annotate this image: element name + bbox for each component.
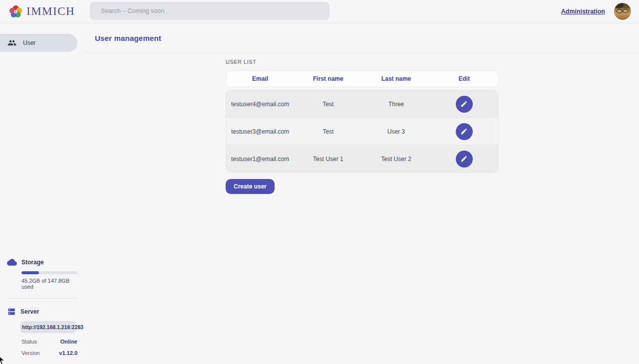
- search-input[interactable]: [90, 2, 329, 20]
- sidebar-footer: Storage 45.2GB of 147.8GB used: [0, 257, 85, 364]
- server-url-chip: http://192.168.1.216:2283: [20, 321, 76, 333]
- home-logo-link[interactable]: IMMICH: [9, 5, 75, 18]
- administration-link[interactable]: Administration: [561, 8, 605, 15]
- server-section: Server http://192.168.1.216:2283 Status …: [7, 307, 77, 356]
- edit-user-button[interactable]: [456, 123, 473, 140]
- storage-progress-bar: [21, 271, 77, 274]
- user-avatar[interactable]: [614, 3, 631, 20]
- page-content: USER LIST Email First name Last name Edi…: [85, 53, 639, 194]
- main-panel: User management USER LIST Email First na…: [85, 23, 639, 364]
- pencil-icon: [460, 128, 468, 135]
- server-version-value: v1.12.0: [59, 350, 77, 356]
- cell-last-name: User 3: [387, 128, 405, 135]
- sidebar-item-user-label: User: [23, 39, 35, 46]
- storage-title: Storage: [21, 259, 44, 266]
- cloud-icon: [7, 257, 17, 267]
- user-table-header: Email First name Last name Edit: [226, 70, 499, 87]
- table-row: testuser3@email.com Test User 3: [226, 118, 498, 145]
- col-header-first-name: First name: [313, 75, 343, 82]
- table-row: testuser1@email.com Test User 1 Test Use…: [226, 145, 498, 173]
- pencil-icon: [460, 155, 468, 163]
- table-row: testuser4@email.com Test Three: [226, 90, 498, 118]
- admin-sidebar: User Storage 45.2GB of 147.8GB used: [0, 23, 85, 364]
- cell-last-name: Test User 2: [381, 156, 411, 163]
- cell-email: testuser4@email.com: [231, 101, 289, 108]
- cell-first-name: Test: [322, 128, 333, 135]
- top-navbar: IMMICH Administration: [0, 0, 639, 23]
- cell-last-name: Three: [388, 101, 404, 108]
- cell-email: testuser3@email.com: [231, 128, 289, 135]
- col-header-last-name: Last name: [381, 75, 411, 82]
- sidebar-divider: [7, 298, 77, 299]
- immich-flower-icon: [9, 5, 22, 18]
- create-user-button[interactable]: Create user: [226, 179, 275, 194]
- cell-first-name: Test: [322, 101, 333, 108]
- user-table-body: testuser4@email.com Test Three te: [226, 90, 499, 173]
- server-icon: [7, 307, 16, 316]
- server-status-label: Status: [21, 339, 37, 345]
- cell-first-name: Test User 1: [313, 156, 343, 163]
- page-title-bar: User management: [85, 23, 639, 53]
- sidebar-item-user[interactable]: User: [0, 34, 77, 52]
- logo-text: IMMICH: [26, 5, 75, 18]
- cell-email: testuser1@email.com: [231, 156, 289, 163]
- page-title: User management: [95, 34, 161, 42]
- server-status-value: Online: [60, 339, 77, 345]
- navbar-right: Administration: [561, 3, 631, 20]
- edit-user-button[interactable]: [456, 96, 473, 113]
- server-title: Server: [20, 308, 39, 315]
- storage-section: Storage 45.2GB of 147.8GB used: [7, 257, 77, 290]
- server-version-label: Version: [21, 350, 40, 356]
- pencil-icon: [460, 100, 468, 108]
- col-header-email: Email: [252, 75, 268, 82]
- users-icon: [7, 38, 16, 47]
- col-header-edit: Edit: [459, 75, 470, 82]
- section-title: USER LIST: [226, 59, 499, 65]
- storage-usage-text: 45.2GB of 147.8GB used: [21, 278, 77, 290]
- storage-progress-fill: [21, 271, 39, 274]
- edit-user-button[interactable]: [456, 151, 473, 168]
